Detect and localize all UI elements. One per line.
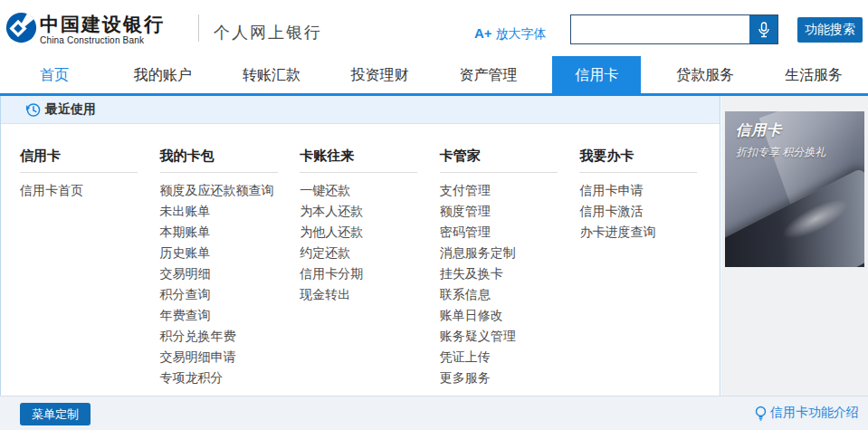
function-search-button[interactable]: 功能搜索 <box>797 17 863 43</box>
menu-column: 卡管家支付管理额度管理密码管理消息服务定制挂失及换卡联系信息账单日修改账务疑义管… <box>440 147 580 388</box>
menu-column-title: 信用卡 <box>20 147 160 165</box>
menu-item-link[interactable]: 本期账单 <box>160 222 300 243</box>
column-divider <box>440 172 558 173</box>
nav-tab[interactable]: 资产管理 <box>434 56 543 93</box>
menu-item-link[interactable]: 支付管理 <box>440 180 580 201</box>
column-divider <box>160 172 278 173</box>
history-clock-icon <box>25 102 41 118</box>
menu-item-link[interactable]: 更多服务 <box>440 368 580 388</box>
menu-item-link[interactable]: 信用卡激活 <box>579 201 720 222</box>
nav-tab-label: 信用卡 <box>552 56 641 93</box>
menu-item-link[interactable]: 信用卡申请 <box>579 180 720 201</box>
recent-used-bar: 最近使用 <box>1 96 720 124</box>
nav-tab-label: 生活服务 <box>785 56 843 93</box>
recent-used-label: 最近使用 <box>45 101 96 118</box>
credit-card-promo-banner[interactable]: 信用卡 折扣专享 积分换礼 <box>725 111 864 267</box>
page: 中国建设银行 China Construction Bank 个人网上银行 A+… <box>0 0 868 430</box>
menu-item-link[interactable]: 额度及应还款额查询 <box>160 180 300 201</box>
menu-columns: 信用卡信用卡首页我的卡包额度及应还款额查询未出账单本期账单历史账单交易明细积分查… <box>1 124 720 388</box>
menu-item-link[interactable]: 交易明细申请 <box>160 347 300 368</box>
menu-item-link[interactable]: 一键还款 <box>300 180 440 201</box>
nav-tab[interactable]: 信用卡 <box>542 56 651 93</box>
menu-item-link[interactable]: 为本人还款 <box>300 201 440 222</box>
nav-tab-label: 首页 <box>40 56 69 93</box>
menu-item-link[interactable]: 为他人还款 <box>300 222 440 243</box>
bank-name-en: China Construction Bank <box>40 35 165 45</box>
menu-item-link[interactable]: 专项龙积分 <box>160 368 300 388</box>
nav-tab[interactable]: 生活服务 <box>759 56 868 93</box>
menu-item-link[interactable]: 积分兑换年费 <box>160 326 300 347</box>
credit-card-info-label: 信用卡功能介绍 <box>770 405 859 421</box>
nav-tab[interactable]: 贷款服务 <box>651 56 759 93</box>
bank-name-cn: 中国建设银行 <box>40 14 165 35</box>
banner-title: 信用卡 <box>736 121 782 140</box>
menu-item-link[interactable]: 信用卡首页 <box>20 180 160 201</box>
column-divider <box>20 172 138 173</box>
ccb-logo-icon[interactable] <box>5 12 37 43</box>
microphone-icon <box>757 22 771 38</box>
menu-column: 我要办卡信用卡申请信用卡激活办卡进度查询 <box>579 147 720 388</box>
menu-item-link[interactable]: 挂失及换卡 <box>440 263 580 284</box>
font-zoom-icon: A+ <box>474 25 492 41</box>
nav-tab-label: 我的账户 <box>134 56 192 93</box>
nav-tab[interactable]: 我的账户 <box>109 56 217 93</box>
lightbulb-icon <box>754 406 768 421</box>
nav-tab[interactable]: 转账汇款 <box>217 56 326 93</box>
header: 中国建设银行 China Construction Bank 个人网上银行 A+… <box>0 0 868 56</box>
menu-item-link[interactable]: 年费查询 <box>160 305 300 326</box>
menu-item-link[interactable]: 办卡进度查询 <box>579 222 720 243</box>
menu-column-title: 卡管家 <box>440 147 580 165</box>
menu-item-link[interactable]: 消息服务定制 <box>440 243 580 263</box>
menu-item-link[interactable]: 账单日修改 <box>440 305 580 326</box>
right-sidebar: 信用卡 折扣专享 积分换礼 <box>721 96 868 396</box>
menu-column-title: 我的卡包 <box>160 147 300 165</box>
nav-tab-label: 转账汇款 <box>243 56 300 93</box>
microphone-button[interactable] <box>749 15 777 43</box>
nav-tab[interactable]: 投资理财 <box>326 56 434 93</box>
menu-item-link[interactable]: 积分查询 <box>160 284 300 305</box>
nav-tab-label: 投资理财 <box>351 56 409 93</box>
menu-item-link[interactable]: 密码管理 <box>440 222 580 243</box>
banner-subtitle: 折扣专享 积分换礼 <box>736 145 825 160</box>
column-divider <box>579 172 697 173</box>
credit-card-menu-panel: 最近使用 信用卡信用卡首页我的卡包额度及应还款额查询未出账单本期账单历史账单交易… <box>0 96 720 396</box>
nav-tab-label: 资产管理 <box>459 56 517 93</box>
column-divider <box>300 172 417 173</box>
menu-column: 信用卡信用卡首页 <box>20 147 160 388</box>
menu-item-link[interactable]: 凭证上传 <box>440 347 580 368</box>
menu-item-link[interactable]: 联系信息 <box>440 284 580 305</box>
menu-column-title: 卡账往来 <box>300 147 440 165</box>
menu-item-link[interactable]: 现金转出 <box>300 284 440 305</box>
header-divider <box>198 14 199 42</box>
menu-column-title: 我要办卡 <box>579 147 720 165</box>
font-zoom-label: 放大字体 <box>495 26 546 41</box>
bank-name-block: 中国建设银行 China Construction Bank <box>40 14 165 45</box>
menu-item-link[interactable]: 信用卡分期 <box>300 263 440 284</box>
menu-customize-button[interactable]: 菜单定制 <box>20 403 91 425</box>
font-zoom-link[interactable]: A+ 放大字体 <box>474 25 546 43</box>
credit-card-info-link[interactable]: 信用卡功能介绍 <box>754 405 859 421</box>
portal-title: 个人网上银行 <box>214 22 322 43</box>
menu-item-link[interactable]: 历史账单 <box>160 243 300 263</box>
content: 最近使用 信用卡信用卡首页我的卡包额度及应还款额查询未出账单本期账单历史账单交易… <box>0 96 868 396</box>
main-nav: 首页我的账户转账汇款投资理财资产管理信用卡贷款服务生活服务 <box>0 56 868 93</box>
menu-item-link[interactable]: 约定还款 <box>300 243 440 263</box>
search-input[interactable] <box>571 15 750 43</box>
menu-column: 卡账往来一键还款为本人还款为他人还款约定还款信用卡分期现金转出 <box>300 147 440 388</box>
menu-item-link[interactable]: 额度管理 <box>440 201 580 222</box>
nav-tab[interactable]: 首页 <box>0 56 109 93</box>
menu-column: 我的卡包额度及应还款额查询未出账单本期账单历史账单交易明细积分查询年费查询积分兑… <box>160 147 300 388</box>
menu-item-link[interactable]: 账务疑义管理 <box>440 326 580 347</box>
menu-item-link[interactable]: 交易明细 <box>160 263 300 284</box>
nav-tab-label: 贷款服务 <box>676 56 734 93</box>
search-box <box>570 14 778 44</box>
footer-bar: 菜单定制 信用卡功能介绍 <box>0 396 868 430</box>
menu-item-link[interactable]: 未出账单 <box>160 201 300 222</box>
